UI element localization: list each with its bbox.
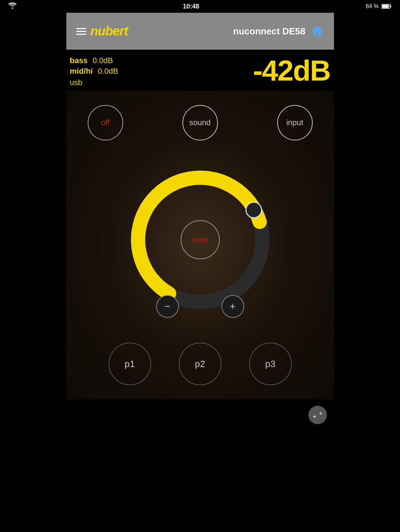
- midhi-label: mid/hi: [70, 67, 93, 76]
- input-source: usb: [70, 78, 118, 87]
- logo-text: nubert: [91, 24, 128, 39]
- top-buttons: off sound input: [66, 91, 334, 140]
- menu-button[interactable]: [76, 28, 86, 35]
- device-name: nuconnect DE58: [233, 26, 306, 37]
- bass-value: 0.0dB: [93, 56, 113, 65]
- wifi-icon: [9, 2, 16, 11]
- midhi-value: 0.0dB: [98, 67, 118, 76]
- svg-rect-2: [382, 5, 389, 8]
- main-panel: off sound input: [66, 91, 334, 399]
- app-wrapper: 10:48 84 % nubert nuconnect DE58: [0, 0, 400, 532]
- knob-controls: − +: [156, 295, 244, 318]
- bass-label: bass: [70, 56, 88, 65]
- collapse-button[interactable]: [308, 406, 327, 424]
- midhi-row: mid/hi 0.0dB: [70, 67, 118, 76]
- bottom-bar: [66, 399, 334, 428]
- preset-p2-button[interactable]: p2: [179, 343, 221, 385]
- content-area: nubert nuconnect DE58 bass 0.0dB mid/hi …: [66, 13, 334, 428]
- eq-info: bass 0.0dB mid/hi 0.0dB usb: [70, 56, 118, 87]
- header-logo: nubert: [76, 24, 128, 39]
- battery-icon: [382, 4, 391, 9]
- info-bar: bass 0.0dB mid/hi 0.0dB usb -42dB: [66, 50, 334, 91]
- knob-handle[interactable]: [246, 202, 262, 218]
- volume-knob[interactable]: mute − +: [115, 155, 285, 325]
- status-right: 84 %: [366, 3, 391, 10]
- preset-p3-button[interactable]: p3: [249, 343, 292, 385]
- svg-rect-1: [390, 5, 391, 7]
- off-button[interactable]: off: [88, 105, 123, 140]
- battery-percent: 84 %: [366, 3, 379, 10]
- mute-button[interactable]: mute: [181, 220, 220, 259]
- volume-up-button[interactable]: +: [221, 295, 244, 318]
- input-button[interactable]: input: [277, 105, 313, 140]
- status-bar: 10:48 84 %: [0, 0, 400, 13]
- preset-p1-button[interactable]: p1: [109, 343, 151, 385]
- home-icon[interactable]: [311, 24, 324, 38]
- bass-row: bass 0.0dB: [70, 56, 118, 65]
- device-info: nuconnect DE58: [233, 24, 324, 38]
- sound-button[interactable]: sound: [182, 105, 218, 140]
- volume-display: -42dB: [253, 56, 330, 85]
- volume-down-button[interactable]: −: [156, 295, 179, 318]
- preset-row: p1 p2 p3: [66, 336, 334, 385]
- status-time: 10:48: [183, 3, 199, 10]
- app-header: nubert nuconnect DE58: [66, 13, 334, 50]
